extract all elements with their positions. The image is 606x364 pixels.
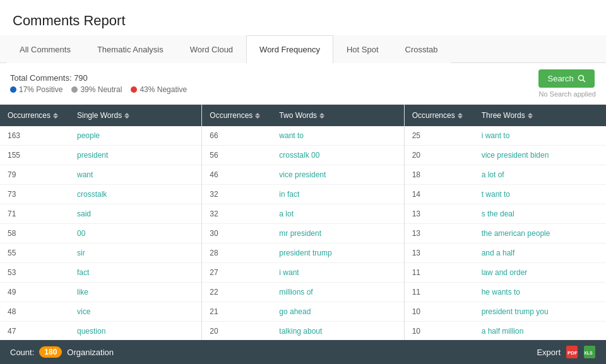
cell-occurrences: 163 xyxy=(0,126,69,145)
table-row: 53fact xyxy=(0,263,201,283)
cell-word[interactable]: 00 xyxy=(69,224,201,243)
table-row: 71said xyxy=(0,204,201,224)
table-row: 11law and order xyxy=(405,263,606,283)
table-row: 55sir xyxy=(0,244,201,263)
cell-word[interactable]: a half million xyxy=(474,322,606,341)
table-row: 13the american people xyxy=(405,224,606,244)
three-occ-header[interactable]: Occurrences xyxy=(405,105,474,126)
table-row: 56crosstalk 00 xyxy=(202,146,403,165)
cell-word[interactable]: vice president biden xyxy=(474,146,606,165)
cell-word[interactable]: i want to xyxy=(474,126,606,145)
single-words-table: Occurrences Single Words 163people155pre… xyxy=(0,105,202,364)
two-words-table: Occurrences Two Words 66want to56crossta… xyxy=(202,105,404,364)
single-words-body: 163people155president79want73crosstalk71… xyxy=(0,126,201,364)
cell-word[interactable]: crosstalk xyxy=(69,185,201,204)
cell-word[interactable]: go ahead xyxy=(271,302,403,321)
cell-occurrences: 18 xyxy=(405,165,474,184)
cell-word[interactable]: like xyxy=(69,283,201,302)
single-words-sort xyxy=(124,113,129,119)
cell-word[interactable]: question xyxy=(69,322,201,341)
two-words-col-header[interactable]: Two Words xyxy=(271,105,403,126)
count-section: Count: 180 Organization xyxy=(10,346,114,358)
cell-word[interactable]: people xyxy=(69,126,201,145)
cell-word[interactable]: sir xyxy=(69,244,201,262)
cell-occurrences: 14 xyxy=(405,185,474,204)
table-row: 47question xyxy=(0,322,201,341)
cell-word[interactable]: president trump xyxy=(271,244,403,262)
table-row: 20vice president biden xyxy=(405,146,606,165)
cell-word[interactable]: i want xyxy=(271,263,403,282)
three-words-table: Occurrences Three Words 25i want to20vic… xyxy=(405,105,606,364)
table-row: 11he wants to xyxy=(405,283,606,302)
table-row: 10a half million xyxy=(405,322,606,341)
tab-word-frequency[interactable]: Word Frequency xyxy=(246,35,333,63)
tab-word-cloud[interactable]: Word Cloud xyxy=(177,35,246,63)
three-words-col-header[interactable]: Three Words xyxy=(474,105,606,126)
cell-occurrences: 13 xyxy=(405,204,474,223)
single-occ-sort xyxy=(53,113,58,119)
sentiment-dot xyxy=(10,86,16,93)
cell-word[interactable]: crosstalk 00 xyxy=(271,146,403,165)
sentiment-label: 43% Negative xyxy=(140,85,187,94)
cell-occurrences: 20 xyxy=(202,322,271,341)
cell-word[interactable]: s the deal xyxy=(474,204,606,223)
org-label: Organization xyxy=(67,348,114,357)
cell-occurrences: 47 xyxy=(0,322,69,341)
table-row: 20talking about xyxy=(202,322,403,341)
two-occ-header[interactable]: Occurrences xyxy=(202,105,271,126)
sentiment-item: 39% Neutral xyxy=(71,85,122,94)
cell-word[interactable]: fact xyxy=(69,263,201,282)
cell-word[interactable]: want xyxy=(69,165,201,184)
total-comments: Total Comments: 790 xyxy=(10,73,187,83)
table-row: 25i want to xyxy=(405,126,606,146)
cell-word[interactable]: a lot xyxy=(271,204,403,223)
cell-word[interactable]: in fact xyxy=(271,185,403,204)
table-row: 32a lot xyxy=(202,204,403,224)
search-button[interactable]: Search xyxy=(538,69,594,88)
single-occ-header[interactable]: Occurrences xyxy=(0,105,69,126)
cell-occurrences: 10 xyxy=(405,322,474,341)
table-row: 13s the deal xyxy=(405,204,606,224)
two-words-body: 66want to56crosstalk 0046vice president3… xyxy=(202,126,403,364)
sentiment-label: 17% Positive xyxy=(19,85,62,94)
cell-occurrences: 11 xyxy=(405,283,474,302)
cell-word[interactable]: t want to xyxy=(474,185,606,204)
cell-word[interactable]: he wants to xyxy=(474,283,606,302)
cell-occurrences: 66 xyxy=(202,126,271,145)
svg-text:PDF: PDF xyxy=(567,350,578,356)
cell-occurrences: 32 xyxy=(202,185,271,204)
table-row: 27i want xyxy=(202,263,403,283)
cell-occurrences: 11 xyxy=(405,263,474,282)
cell-occurrences: 25 xyxy=(405,126,474,145)
pdf-export-icon[interactable]: PDF xyxy=(566,345,578,359)
tab-all-comments[interactable]: All Comments xyxy=(6,35,84,63)
cell-word[interactable]: a lot of xyxy=(474,165,606,184)
cell-word[interactable]: said xyxy=(69,204,201,223)
single-words-col-header[interactable]: Single Words xyxy=(69,105,201,126)
cell-word[interactable]: president xyxy=(69,146,201,165)
cell-occurrences: 71 xyxy=(0,204,69,223)
cell-word[interactable]: mr president xyxy=(271,224,403,243)
cell-word[interactable]: talking about xyxy=(271,322,403,341)
cell-word[interactable]: want to xyxy=(271,126,403,145)
tab-hot-spot[interactable]: Hot Spot xyxy=(333,35,392,63)
sentiment-label: 39% Neutral xyxy=(80,85,122,94)
cell-occurrences: 56 xyxy=(202,146,271,165)
table-row: 28president trump xyxy=(202,244,403,263)
cell-occurrences: 20 xyxy=(405,146,474,165)
single-words-header: Occurrences Single Words xyxy=(0,105,201,126)
three-words-sort xyxy=(528,113,533,119)
cell-word[interactable]: vice xyxy=(69,302,201,321)
tab-thematic-analysis[interactable]: Thematic Analysis xyxy=(84,35,177,63)
cell-word[interactable]: vice president xyxy=(271,165,403,184)
cell-word[interactable]: the american people xyxy=(474,224,606,243)
xlsx-export-icon[interactable]: XLS xyxy=(583,345,596,359)
cell-word[interactable]: and a half xyxy=(474,244,606,262)
tab-crosstab[interactable]: Crosstab xyxy=(392,35,451,63)
cell-occurrences: 30 xyxy=(202,224,271,243)
table-row: 5800 xyxy=(0,224,201,244)
cell-word[interactable]: millions of xyxy=(271,283,403,302)
search-icon xyxy=(578,74,586,83)
cell-word[interactable]: president trump you xyxy=(474,302,606,321)
cell-word[interactable]: law and order xyxy=(474,263,606,282)
